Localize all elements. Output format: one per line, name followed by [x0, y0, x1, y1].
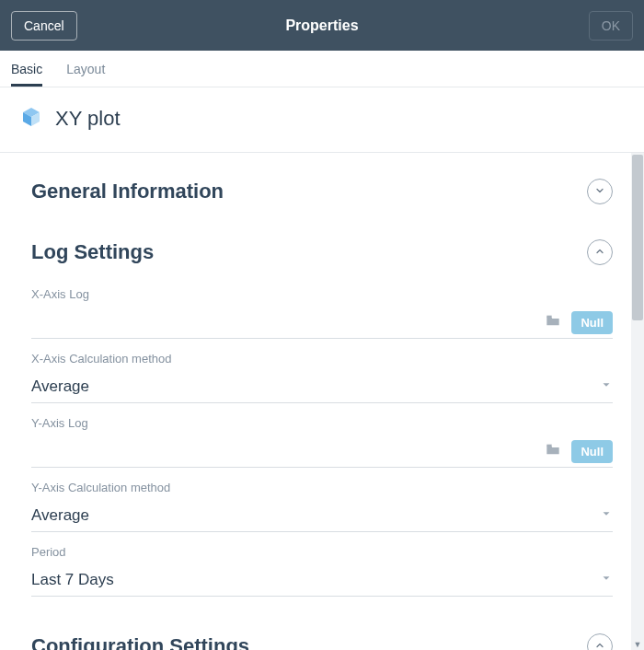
section-log-title: Log Settings — [31, 240, 154, 264]
field-x-axis-log[interactable]: X-Axis Log Null — [31, 274, 613, 339]
cube-icon — [20, 106, 42, 132]
field-label: Y-Axis Calculation method — [31, 481, 613, 494]
expand-general-button[interactable] — [587, 179, 613, 204]
tabs: Basic Layout — [0, 51, 644, 87]
ok-button[interactable]: OK — [589, 11, 633, 41]
field-value: Average — [31, 506, 89, 525]
page-title: XY plot — [55, 107, 121, 131]
field-y-axis-log[interactable]: Y-Axis Log Null — [31, 403, 613, 468]
scrollbar-thumb[interactable] — [632, 155, 643, 320]
dropdown-icon — [600, 378, 613, 395]
field-period[interactable]: Period Last 7 Days — [31, 532, 613, 597]
scrollbar-track[interactable]: ▲ ▼ — [631, 153, 644, 650]
field-label: Period — [31, 545, 613, 559]
cancel-button[interactable]: Cancel — [11, 11, 77, 41]
null-badge[interactable]: Null — [571, 440, 613, 463]
collapse-log-button[interactable] — [587, 239, 613, 265]
field-label: X-Axis Calculation method — [31, 352, 613, 366]
dialog-header: Cancel Properties OK — [0, 0, 644, 51]
tab-basic[interactable]: Basic — [11, 62, 42, 87]
svg-rect-0 — [547, 316, 552, 318]
section-log: Log Settings — [31, 214, 613, 274]
folder-icon[interactable] — [546, 314, 560, 331]
field-x-calc-method[interactable]: X-Axis Calculation method Average — [31, 339, 613, 403]
svg-rect-1 — [547, 445, 552, 447]
chevron-up-icon — [594, 244, 605, 261]
dialog-title: Properties — [94, 17, 550, 34]
folder-icon[interactable] — [546, 443, 560, 459]
field-label: X-Axis Log — [31, 287, 613, 301]
scroll-down-icon[interactable]: ▼ — [631, 638, 644, 650]
dropdown-icon — [600, 507, 613, 524]
section-general-title: General Information — [31, 180, 224, 203]
null-badge[interactable]: Null — [571, 311, 613, 334]
page-title-row: XY plot — [0, 87, 644, 153]
section-general: General Information — [31, 153, 613, 214]
field-y-calc-method[interactable]: Y-Axis Calculation method Average — [31, 468, 613, 532]
collapse-config-button[interactable] — [587, 633, 613, 650]
chevron-down-icon — [594, 183, 605, 200]
dropdown-icon — [600, 572, 613, 588]
section-config-title: Configuration Settings — [31, 634, 249, 650]
chevron-up-icon — [594, 638, 605, 650]
content-scroll: General Information Log Settings X — [0, 153, 644, 650]
field-label: Y-Axis Log — [31, 416, 613, 430]
field-value: Last 7 Days — [31, 571, 114, 589]
section-config: Configuration Settings — [31, 597, 613, 650]
tab-layout[interactable]: Layout — [66, 62, 105, 87]
field-value: Average — [31, 377, 89, 396]
